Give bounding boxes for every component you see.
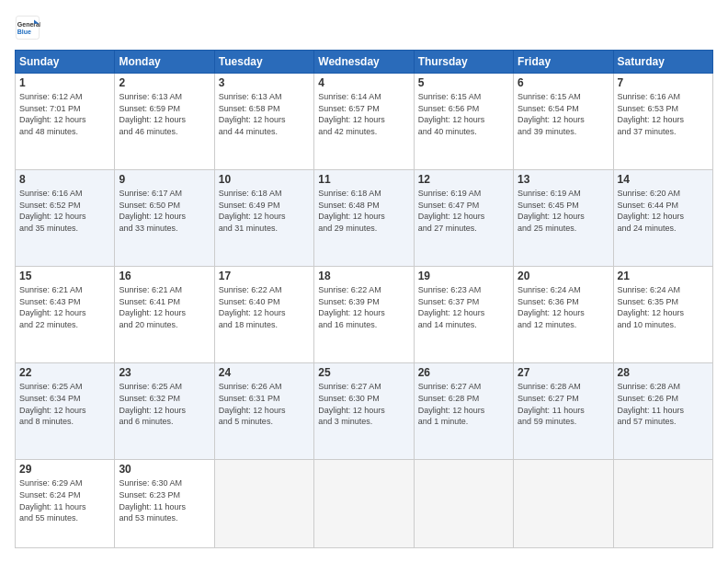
day-number: 19: [418, 270, 509, 282]
day-info: Sunrise: 6:30 AM Sunset: 6:23 PM Dayligh…: [119, 477, 210, 523]
calendar-cell: 19Sunrise: 6:23 AM Sunset: 6:37 PM Dayli…: [414, 267, 513, 363]
day-number: 20: [518, 270, 609, 282]
day-info: Sunrise: 6:13 AM Sunset: 6:58 PM Dayligh…: [219, 91, 310, 137]
day-number: 14: [618, 173, 709, 186]
page: General Blue SundayMondayTuesdayWednesda…: [0, 0, 728, 563]
day-info: Sunrise: 6:27 AM Sunset: 6:30 PM Dayligh…: [318, 381, 409, 427]
day-info: Sunrise: 6:12 AM Sunset: 7:01 PM Dayligh…: [19, 91, 110, 137]
day-number: 15: [19, 270, 110, 282]
calendar-cell: 10Sunrise: 6:18 AM Sunset: 6:49 PM Dayli…: [214, 170, 313, 267]
day-info: Sunrise: 6:27 AM Sunset: 6:28 PM Dayligh…: [418, 381, 509, 427]
day-info: Sunrise: 6:21 AM Sunset: 6:43 PM Dayligh…: [19, 284, 110, 330]
weekday-header-wednesday: Wednesday: [314, 51, 414, 74]
weekday-header-monday: Monday: [115, 51, 214, 74]
day-info: Sunrise: 6:20 AM Sunset: 6:44 PM Dayligh…: [618, 188, 709, 234]
calendar-header-row: SundayMondayTuesdayWednesdayThursdayFrid…: [16, 51, 713, 74]
calendar-cell: 22Sunrise: 6:25 AM Sunset: 6:34 PM Dayli…: [16, 363, 115, 460]
day-info: Sunrise: 6:19 AM Sunset: 6:45 PM Dayligh…: [518, 188, 609, 234]
logo: General Blue: [15, 15, 44, 40]
day-number: 10: [219, 173, 310, 186]
day-number: 13: [518, 173, 609, 186]
calendar-cell: [514, 460, 613, 548]
weekday-header-sunday: Sunday: [16, 51, 115, 74]
day-info: Sunrise: 6:28 AM Sunset: 6:27 PM Dayligh…: [518, 381, 609, 427]
calendar-cell: 8Sunrise: 6:16 AM Sunset: 6:52 PM Daylig…: [16, 170, 115, 267]
calendar-cell: 11Sunrise: 6:18 AM Sunset: 6:48 PM Dayli…: [314, 170, 414, 267]
day-number: 21: [618, 270, 709, 282]
calendar-cell: 28Sunrise: 6:28 AM Sunset: 6:26 PM Dayli…: [613, 363, 712, 460]
logo-icon: General Blue: [15, 15, 40, 40]
day-number: 2: [119, 76, 210, 89]
day-info: Sunrise: 6:18 AM Sunset: 6:48 PM Dayligh…: [318, 188, 409, 234]
day-number: 3: [219, 76, 310, 89]
day-info: Sunrise: 6:25 AM Sunset: 6:32 PM Dayligh…: [119, 381, 210, 427]
calendar-cell: 7Sunrise: 6:16 AM Sunset: 6:53 PM Daylig…: [613, 74, 712, 170]
day-info: Sunrise: 6:26 AM Sunset: 6:31 PM Dayligh…: [219, 381, 310, 427]
day-info: Sunrise: 6:13 AM Sunset: 6:59 PM Dayligh…: [119, 91, 210, 137]
day-number: 9: [119, 173, 210, 186]
day-number: 17: [219, 270, 310, 282]
day-info: Sunrise: 6:17 AM Sunset: 6:50 PM Dayligh…: [119, 188, 210, 234]
day-info: Sunrise: 6:22 AM Sunset: 6:40 PM Dayligh…: [219, 284, 310, 330]
day-info: Sunrise: 6:25 AM Sunset: 6:34 PM Dayligh…: [19, 381, 110, 427]
calendar-cell: 29Sunrise: 6:29 AM Sunset: 6:24 PM Dayli…: [16, 460, 115, 548]
calendar-week-3: 15Sunrise: 6:21 AM Sunset: 6:43 PM Dayli…: [16, 267, 713, 363]
day-number: 28: [618, 366, 709, 379]
day-info: Sunrise: 6:21 AM Sunset: 6:41 PM Dayligh…: [119, 284, 210, 330]
day-number: 27: [518, 366, 609, 379]
day-number: 23: [119, 366, 210, 379]
calendar-week-4: 22Sunrise: 6:25 AM Sunset: 6:34 PM Dayli…: [16, 363, 713, 460]
calendar-cell: [613, 460, 712, 548]
day-info: Sunrise: 6:14 AM Sunset: 6:57 PM Dayligh…: [318, 91, 409, 137]
day-info: Sunrise: 6:15 AM Sunset: 6:54 PM Dayligh…: [518, 91, 609, 137]
calendar-cell: 2Sunrise: 6:13 AM Sunset: 6:59 PM Daylig…: [115, 74, 214, 170]
day-info: Sunrise: 6:23 AM Sunset: 6:37 PM Dayligh…: [418, 284, 509, 330]
calendar-week-2: 8Sunrise: 6:16 AM Sunset: 6:52 PM Daylig…: [16, 170, 713, 267]
svg-text:Blue: Blue: [17, 29, 31, 35]
calendar-cell: 6Sunrise: 6:15 AM Sunset: 6:54 PM Daylig…: [514, 74, 613, 170]
calendar-cell: 16Sunrise: 6:21 AM Sunset: 6:41 PM Dayli…: [115, 267, 214, 363]
day-number: 22: [19, 366, 110, 379]
day-info: Sunrise: 6:15 AM Sunset: 6:56 PM Dayligh…: [418, 91, 509, 137]
day-number: 7: [618, 76, 709, 89]
day-number: 6: [518, 76, 609, 89]
day-number: 30: [119, 463, 210, 476]
calendar-cell: 5Sunrise: 6:15 AM Sunset: 6:56 PM Daylig…: [414, 74, 513, 170]
calendar-cell: 14Sunrise: 6:20 AM Sunset: 6:44 PM Dayli…: [613, 170, 712, 267]
calendar-cell: 25Sunrise: 6:27 AM Sunset: 6:30 PM Dayli…: [314, 363, 414, 460]
calendar-cell: 12Sunrise: 6:19 AM Sunset: 6:47 PM Dayli…: [414, 170, 513, 267]
calendar-cell: 1Sunrise: 6:12 AM Sunset: 7:01 PM Daylig…: [16, 74, 115, 170]
weekday-header-tuesday: Tuesday: [214, 51, 313, 74]
calendar-cell: 13Sunrise: 6:19 AM Sunset: 6:45 PM Dayli…: [514, 170, 613, 267]
calendar-cell: 26Sunrise: 6:27 AM Sunset: 6:28 PM Dayli…: [414, 363, 513, 460]
day-number: 11: [318, 173, 409, 186]
calendar-cell: 15Sunrise: 6:21 AM Sunset: 6:43 PM Dayli…: [16, 267, 115, 363]
day-number: 4: [318, 76, 409, 89]
calendar-cell: 23Sunrise: 6:25 AM Sunset: 6:32 PM Dayli…: [115, 363, 214, 460]
calendar-cell: [414, 460, 513, 548]
calendar-table: SundayMondayTuesdayWednesdayThursdayFrid…: [15, 50, 713, 548]
calendar-cell: [214, 460, 313, 548]
weekday-header-saturday: Saturday: [613, 51, 712, 74]
day-number: 5: [418, 76, 509, 89]
day-number: 1: [19, 76, 110, 89]
day-info: Sunrise: 6:16 AM Sunset: 6:52 PM Dayligh…: [19, 188, 110, 234]
day-info: Sunrise: 6:22 AM Sunset: 6:39 PM Dayligh…: [318, 284, 409, 330]
calendar-cell: [314, 460, 414, 548]
day-info: Sunrise: 6:24 AM Sunset: 6:35 PM Dayligh…: [618, 284, 709, 330]
weekday-header-thursday: Thursday: [414, 51, 513, 74]
day-info: Sunrise: 6:24 AM Sunset: 6:36 PM Dayligh…: [518, 284, 609, 330]
weekday-header-friday: Friday: [514, 51, 613, 74]
svg-text:General: General: [17, 21, 40, 28]
header: General Blue: [15, 15, 713, 40]
day-number: 25: [318, 366, 409, 379]
day-number: 16: [119, 270, 210, 282]
day-info: Sunrise: 6:29 AM Sunset: 6:24 PM Dayligh…: [19, 477, 110, 523]
day-number: 24: [219, 366, 310, 379]
day-number: 12: [418, 173, 509, 186]
calendar-cell: 27Sunrise: 6:28 AM Sunset: 6:27 PM Dayli…: [514, 363, 613, 460]
calendar-cell: 17Sunrise: 6:22 AM Sunset: 6:40 PM Dayli…: [214, 267, 313, 363]
day-info: Sunrise: 6:28 AM Sunset: 6:26 PM Dayligh…: [618, 381, 709, 427]
day-number: 29: [19, 463, 110, 476]
day-info: Sunrise: 6:19 AM Sunset: 6:47 PM Dayligh…: [418, 188, 509, 234]
